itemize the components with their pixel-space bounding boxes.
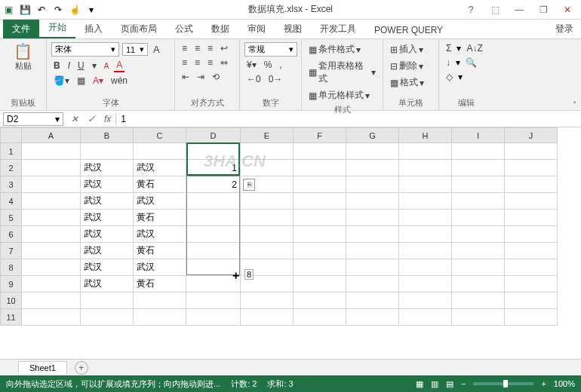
collapse-ribbon-icon[interactable]: ˄ [573, 100, 576, 109]
col-header-G[interactable]: G [346, 128, 399, 143]
cell-B1[interactable] [81, 143, 134, 160]
row-header-7[interactable]: 7 [1, 243, 22, 259]
borders-button[interactable]: ▦ [75, 75, 88, 87]
cell-C10[interactable] [134, 292, 186, 309]
cell-G3[interactable] [346, 176, 399, 193]
cell-J4[interactable] [505, 193, 558, 210]
row-header-9[interactable]: 9 [1, 276, 22, 292]
help-icon[interactable]: ? [460, 2, 481, 17]
cell-A10[interactable] [22, 292, 81, 309]
currency-button[interactable]: ¥▾ [244, 59, 259, 71]
cell-F6[interactable] [294, 226, 346, 243]
cell-styles-button[interactable]: ▦ 单元格样式 ▾ [306, 88, 378, 103]
cell-C5[interactable]: 黄石 [134, 210, 186, 226]
cell-F7[interactable] [294, 243, 346, 259]
ribbon-display-icon[interactable]: ⬚ [484, 2, 506, 17]
name-box[interactable]: D2▾ [3, 112, 63, 126]
cell-H10[interactable] [399, 292, 452, 309]
cell-I8[interactable] [452, 259, 505, 276]
cell-I1[interactable] [452, 143, 505, 160]
cell-I6[interactable] [452, 226, 505, 243]
increase-indent-button[interactable]: ⇥ [195, 71, 207, 83]
cell-F11[interactable] [294, 309, 346, 326]
cell-C1[interactable] [134, 143, 186, 160]
cell-H9[interactable] [399, 276, 452, 292]
cell-J7[interactable] [505, 243, 558, 259]
tab-developer[interactable]: 开发工具 [311, 20, 365, 38]
col-header-A[interactable]: A [22, 128, 81, 143]
cell-B2[interactable]: 武汉 [81, 160, 134, 176]
cell-J10[interactable] [505, 292, 558, 309]
cell-E10[interactable] [241, 292, 294, 309]
autosum-button[interactable]: Σ [444, 42, 453, 54]
col-header-J[interactable]: J [505, 128, 558, 143]
cell-F9[interactable] [294, 276, 346, 292]
view-normal-icon[interactable]: ▦ [416, 379, 423, 389]
zoom-level[interactable]: 100% [554, 379, 575, 388]
cell-E7[interactable] [241, 243, 294, 259]
percent-button[interactable]: % [262, 59, 275, 71]
zoom-in-button[interactable]: + [541, 379, 546, 388]
decrease-indent-button[interactable]: ⇤ [180, 71, 192, 83]
cell-H3[interactable] [399, 176, 452, 193]
cell-C3[interactable]: 黄石 [134, 176, 186, 193]
row-header-2[interactable]: 2 [1, 160, 22, 176]
cell-A9[interactable] [22, 276, 81, 292]
cell-I10[interactable] [452, 292, 505, 309]
decrease-decimal-button[interactable]: 0→ [266, 73, 285, 85]
cell-D10[interactable] [186, 292, 241, 309]
cell-D7[interactable] [186, 243, 241, 259]
cell-H6[interactable] [399, 226, 452, 243]
zoom-slider[interactable] [473, 382, 533, 385]
new-sheet-button[interactable]: + [75, 361, 88, 375]
tab-formulas[interactable]: 公式 [166, 20, 202, 38]
cell-E1[interactable] [241, 143, 294, 160]
cell-J3[interactable] [505, 176, 558, 193]
format-cells-button[interactable]: ▦ 格式 ▾ [388, 75, 434, 90]
cell-E11[interactable] [241, 309, 294, 326]
redo-icon[interactable]: ↷ [53, 5, 63, 15]
cell-A6[interactable] [22, 226, 81, 243]
view-page-break-icon[interactable]: ▤ [446, 379, 453, 389]
tab-power-query[interactable]: POWER QUERY [365, 22, 452, 38]
cell-G4[interactable] [346, 193, 399, 210]
tab-data[interactable]: 数据 [202, 20, 238, 38]
cell-H2[interactable] [399, 160, 452, 176]
cell-G2[interactable] [346, 160, 399, 176]
cell-J1[interactable] [505, 143, 558, 160]
cell-H5[interactable] [399, 210, 452, 226]
cell-G8[interactable] [346, 259, 399, 276]
cell-F1[interactable] [294, 143, 346, 160]
cell-C2[interactable]: 武汉 [134, 160, 186, 176]
fx-button[interactable]: fx [100, 114, 115, 124]
cell-D4[interactable] [186, 193, 241, 210]
cell-B6[interactable]: 武汉 [81, 226, 134, 243]
cell-H11[interactable] [399, 309, 452, 326]
sheet-tab-sheet1[interactable]: Sheet1 [18, 361, 67, 374]
cell-I7[interactable] [452, 243, 505, 259]
align-left-button[interactable]: ≡ [180, 57, 189, 69]
cell-D5[interactable] [186, 210, 241, 226]
comma-button[interactable]: , [277, 59, 284, 71]
cell-F4[interactable] [294, 193, 346, 210]
align-right-button[interactable]: ≡ [205, 57, 215, 69]
cell-J5[interactable] [505, 210, 558, 226]
autofill-options-button[interactable]: ⎘ [243, 179, 255, 191]
cell-C4[interactable]: 武汉 [134, 193, 186, 210]
underline-button[interactable]: U [75, 60, 87, 72]
fill-color-button[interactable]: 🪣▾ [51, 75, 72, 87]
cell-D6[interactable] [186, 226, 241, 243]
cell-B10[interactable] [81, 292, 134, 309]
cell-A3[interactable] [22, 176, 81, 193]
view-page-layout-icon[interactable]: ▥ [431, 379, 438, 389]
cell-F8[interactable] [294, 259, 346, 276]
cell-E2[interactable] [241, 160, 294, 176]
cell-C11[interactable] [134, 309, 186, 326]
cell-A4[interactable] [22, 193, 81, 210]
cell-B4[interactable]: 武汉 [81, 193, 134, 210]
row-header-4[interactable]: 4 [1, 193, 22, 210]
col-header-H[interactable]: H [399, 128, 452, 143]
row-header-5[interactable]: 5 [1, 210, 22, 226]
cell-I3[interactable] [452, 176, 505, 193]
merge-button[interactable]: ⇔ [218, 57, 230, 69]
